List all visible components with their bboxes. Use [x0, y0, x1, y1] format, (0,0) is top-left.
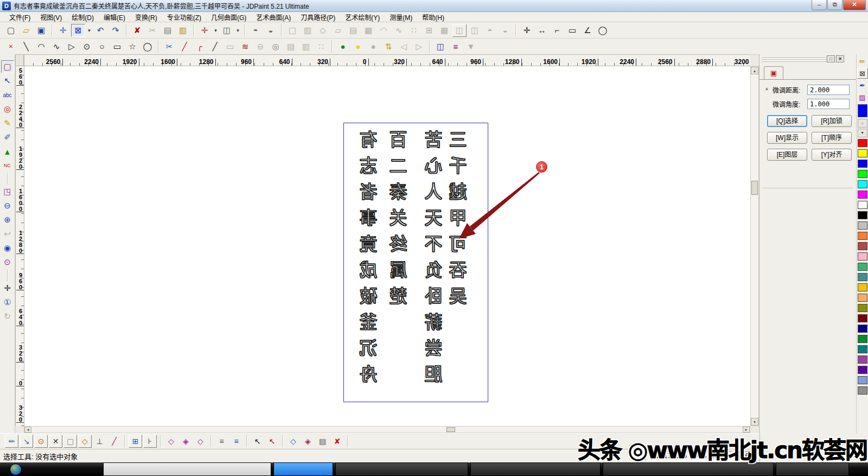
color-swatch[interactable] — [858, 211, 867, 219]
layer-stack-icon[interactable]: ≡ — [215, 435, 228, 448]
delete-icon[interactable]: ✘ — [130, 24, 144, 37]
weld-node-icon[interactable]: ◇ — [164, 435, 178, 448]
polygon-tool-icon[interactable]: ◯ — [141, 40, 155, 53]
shade-half-icon[interactable]: ◓ — [248, 24, 263, 37]
menu-item[interactable]: 艺术绘制(Y) — [340, 11, 385, 23]
view-all-icon[interactable]: ◉ — [1, 242, 14, 255]
nc-drill-icon[interactable]: NC — [1, 159, 14, 172]
zoom-ratio-icon[interactable]: ① — [1, 296, 14, 309]
color-swatch[interactable] — [858, 201, 867, 209]
panel-drag-grip[interactable] — [762, 56, 832, 62]
rings-tool-icon[interactable]: ◎ — [269, 40, 283, 53]
show-all-bulb-icon[interactable]: ● — [336, 40, 350, 53]
scroll-left-button[interactable]: ◂ — [24, 427, 31, 433]
color-swatch[interactable] — [858, 376, 867, 384]
lock-button[interactable]: [R]加锁 — [812, 115, 852, 127]
weld-node-end-icon[interactable]: ◇ — [194, 435, 207, 448]
color-swatch[interactable] — [858, 314, 867, 322]
point-tool-icon[interactable]: ✕ — [4, 40, 18, 53]
color-swatch[interactable] — [858, 191, 867, 199]
pages-icon[interactable]: ◫ — [433, 40, 448, 53]
axes-icon[interactable]: ✛ — [197, 24, 212, 37]
display-button[interactable]: [W]显示 — [767, 132, 807, 144]
color-swatch[interactable] — [858, 160, 867, 168]
pick-cursor-icon[interactable]: ↖ — [251, 435, 264, 448]
horizontal-scroll-thumb[interactable] — [446, 427, 455, 432]
snap-axis-icon[interactable]: ⊦ — [143, 435, 157, 448]
taskbar-item[interactable] — [273, 462, 333, 476]
select-dropdown-icon[interactable]: ▾ — [86, 24, 92, 37]
palette-scroll-down[interactable]: ▾ — [858, 129, 867, 137]
snap-grid-icon[interactable]: ⊞ — [129, 435, 142, 448]
color-swatch[interactable] — [858, 366, 867, 374]
engrave-text-column[interactable]: 有志者事竟成破釜沉舟 — [358, 130, 382, 402]
paste-icon[interactable]: ▥ — [176, 24, 190, 37]
order-button[interactable]: [T]顺序 — [812, 132, 852, 144]
node-insert-icon[interactable]: ◇ — [286, 435, 300, 448]
measure-rect-icon[interactable]: ▭ — [565, 24, 579, 37]
pan-tool-icon[interactable]: ✛ — [1, 282, 14, 295]
layer-stack-active-icon[interactable]: ≡ — [229, 435, 243, 448]
color-swatch[interactable] — [858, 356, 867, 364]
weld-node-mid-icon[interactable]: ◈ — [179, 435, 193, 448]
measure-point-icon[interactable]: ✛ — [520, 24, 534, 37]
measure-path-icon[interactable]: ⌐ — [550, 24, 564, 37]
delete-node-icon[interactable]: ✘ — [330, 435, 344, 448]
trim-tool-icon[interactable]: ✂ — [162, 40, 176, 53]
swap-visibility-icon[interactable]: ⇅ — [381, 40, 395, 53]
node-list-icon[interactable]: ▤ — [316, 435, 329, 448]
menu-item[interactable]: 测量(M) — [385, 11, 417, 23]
chamfer-tool-icon[interactable]: ╱ — [208, 40, 222, 53]
crosshair-icon[interactable]: ✛ — [56, 24, 70, 37]
close-button[interactable]: ✕ — [843, 0, 866, 10]
select-region-icon[interactable]: ⊠ — [857, 68, 868, 79]
view-selected-icon[interactable]: ⊙ — [1, 256, 14, 269]
circle-tool-icon[interactable]: ⊙ — [80, 40, 94, 53]
measure-circle-icon[interactable]: ◯ — [596, 24, 610, 37]
color-swatch[interactable] — [858, 170, 867, 178]
vertical-scroll-thumb[interactable] — [751, 181, 758, 195]
color-swatch[interactable] — [858, 273, 867, 281]
curve-tool-icon[interactable]: ∿ — [49, 40, 63, 53]
menu-item[interactable]: 刀具路径(P) — [296, 11, 340, 23]
drawing-canvas[interactable]: 有志者事竟成破釜沉舟百二秦关终属楚苦心人天不负卧薪尝胆三千越甲可吞吴 1 — [24, 66, 750, 426]
color-swatch[interactable] — [858, 386, 867, 395]
color-swatch[interactable] — [858, 335, 867, 343]
taskbar-item[interactable] — [103, 462, 271, 476]
nudge-distance-input[interactable] — [807, 85, 850, 95]
color-swatch[interactable] — [858, 283, 867, 291]
axes-dropdown-icon[interactable]: ▾ — [213, 24, 219, 37]
measure-distance-icon[interactable]: ↔ — [535, 24, 549, 37]
node-edit-icon[interactable]: ↖ — [1, 74, 14, 87]
text-tool-icon[interactable]: abc — [1, 88, 14, 101]
snap-tangent-icon[interactable]: ╱ — [107, 435, 121, 448]
view-cube-icon[interactable]: ◫ — [220, 24, 234, 37]
measure-angle-icon[interactable]: ∠ — [580, 24, 595, 37]
eyedropper-icon[interactable]: ✒ — [857, 80, 868, 91]
scroll-up-button[interactable]: ▴ — [751, 67, 758, 74]
snap-box-icon[interactable]: ▢ — [63, 435, 77, 448]
edit-pencil-icon[interactable]: ✏ — [857, 56, 868, 67]
nudge-angle-input[interactable] — [807, 99, 850, 109]
snap-keypoint-icon[interactable]: ⊙ — [34, 435, 48, 448]
color-swatch[interactable] — [858, 242, 867, 250]
color-swatch[interactable] — [858, 263, 867, 271]
shade-full-icon[interactable]: ◒ — [264, 24, 278, 37]
snap-intersection-icon[interactable]: ✕ — [49, 435, 62, 448]
engrave-text-column[interactable]: 百二秦关终属楚 — [388, 130, 412, 402]
menu-item[interactable]: 几何曲面(G) — [206, 11, 251, 23]
snap-node-icon[interactable]: ◇ — [78, 435, 92, 448]
menu-item[interactable]: 变换(R) — [130, 11, 162, 23]
zoom-in-icon[interactable]: ⊕ — [1, 213, 14, 226]
art-knife-icon[interactable]: ✐ — [1, 131, 14, 144]
new-file-icon[interactable]: ▢ — [4, 24, 18, 37]
fillet-tool-icon[interactable]: ╭ — [193, 40, 207, 53]
menu-item[interactable]: 编辑(E) — [99, 11, 130, 23]
tab-select-tool[interactable]: ▣ — [764, 66, 783, 79]
engrave-text-column[interactable]: 三千越甲可吞吴 — [448, 130, 471, 402]
color-swatch[interactable] — [858, 232, 867, 240]
menu-item[interactable]: 专业功能(Z) — [162, 11, 206, 23]
art-pen-icon[interactable]: ✎ — [1, 117, 14, 130]
snap-draw-icon[interactable]: ✏ — [5, 435, 18, 448]
arc-tool-icon[interactable]: ◠ — [34, 40, 48, 53]
